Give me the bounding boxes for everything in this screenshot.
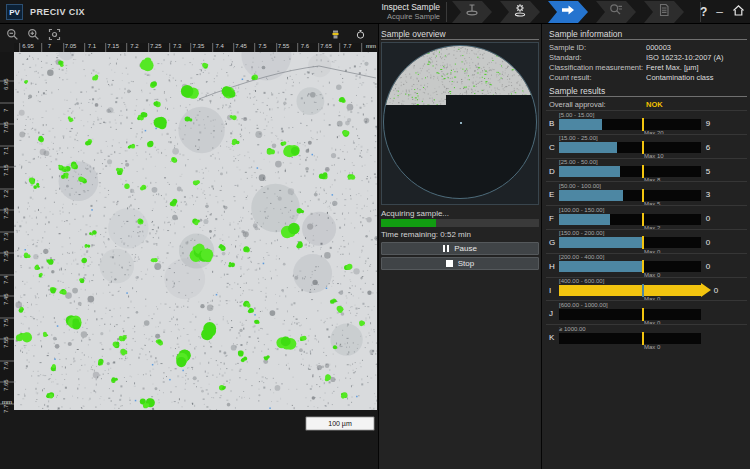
- h-ruler-tick: 7.3: [173, 43, 181, 49]
- class-row: [15.00 - 25.00] C Max 10 6: [546, 134, 747, 158]
- v-ruler-unit: mm: [2, 399, 12, 405]
- workflow-step-subtitle: Acquire Sample: [340, 13, 440, 22]
- h-ruler-tick: 7.1: [88, 43, 96, 49]
- divider: [381, 39, 539, 40]
- class-bar-track: [559, 261, 701, 272]
- class-range-label: [50.00 - 100.00]: [559, 183, 601, 189]
- scale-bar: 100 µm: [305, 416, 375, 431]
- pause-button-label: Pause: [454, 244, 477, 253]
- minimize-button[interactable]: –: [716, 9, 723, 15]
- stop-button[interactable]: Stop: [381, 257, 539, 270]
- v-ruler-tick: 7.55: [3, 336, 9, 348]
- acquire-settings-step[interactable]: [500, 1, 540, 23]
- class-range-label: [400.00 - 600.00]: [559, 278, 604, 284]
- workflow-steps: [452, 1, 684, 23]
- class-letter: E: [549, 190, 554, 199]
- class-bar-fill: [559, 190, 623, 201]
- class-letter: K: [549, 333, 554, 342]
- inspect-results-step[interactable]: [596, 1, 636, 23]
- h-ruler-tick: 7.45: [235, 43, 247, 49]
- live-image-area[interactable]: 100 µm: [14, 52, 377, 410]
- v-ruler-tick: 7.4: [3, 275, 9, 283]
- class-max-marker: [642, 165, 644, 178]
- h-ruler-tick: 7.5: [258, 43, 266, 49]
- workflow-label: Inspect Sample Acquire Sample: [340, 3, 440, 21]
- inspect-magnifier-icon: [609, 3, 623, 21]
- overview-title: Sample overview: [381, 29, 446, 39]
- toolbar-separator: [446, 2, 447, 22]
- acquisition-progress-bar: [381, 219, 539, 227]
- info-value: 000003: [646, 43, 671, 52]
- info-label: Count result:: [549, 73, 592, 82]
- class-row: [200.00 - 400.00] H Max 0 0: [546, 253, 747, 277]
- specimen-canvas: [14, 52, 377, 410]
- top-bar: PV PRECIV CIX Inspect Sample Acquire Sam…: [0, 0, 750, 24]
- v-ruler-tick: 7.25: [3, 207, 9, 219]
- stop-icon: [446, 260, 453, 267]
- stop-button-label: Stop: [458, 259, 474, 268]
- v-ruler-tick: 7.65: [3, 379, 9, 391]
- sample-circle: [383, 45, 537, 199]
- zoom-in-icon[interactable]: [26, 27, 41, 42]
- class-letter: D: [549, 167, 555, 176]
- h-ruler-tick: 7.55: [278, 43, 290, 49]
- class-range-label: [5.00 - 15.00]: [559, 112, 594, 118]
- class-row: [25.00 - 50.00] D Max 8 5: [546, 158, 747, 182]
- class-bar-track: [559, 333, 701, 344]
- report-step[interactable]: [644, 1, 684, 23]
- pause-button[interactable]: Pause: [381, 242, 539, 255]
- class-letter: F: [549, 214, 554, 223]
- run-arrow-icon: [560, 3, 576, 21]
- class-count: 0: [698, 238, 718, 247]
- class-range-label: [15.00 - 25.00]: [559, 135, 598, 141]
- h-ruler-tick: 7.05: [65, 43, 77, 49]
- class-range-label: [100.00 - 150.00]: [559, 207, 604, 213]
- acquire-run-step[interactable]: [548, 1, 588, 23]
- viewer-toolbar: [5, 27, 62, 42]
- horizontal-ruler: 6.9577.057.17.157.27.257.37.357.47.457.5…: [14, 43, 377, 52]
- info-label: Standard:: [549, 53, 582, 62]
- stage-icon: [465, 3, 479, 21]
- info-row: Standard: ISO 16232-10:2007 (A): [549, 53, 747, 62]
- class-range-label: [600.00 - 1000.00]: [559, 302, 608, 308]
- overall-approval-label: Overall approval:: [549, 100, 606, 109]
- class-bar-track: [559, 285, 701, 296]
- h-ruler-tick: 7.4: [216, 43, 224, 49]
- sample-overview-map[interactable]: [381, 42, 539, 205]
- class-row: ≥ 1000.00 K Max 0: [546, 324, 747, 348]
- overview-canvas: [384, 46, 537, 199]
- h-ruler-tick: 7.7: [343, 43, 351, 49]
- class-bar-track: [559, 237, 701, 248]
- class-count: 9: [698, 119, 718, 128]
- fit-to-view-icon[interactable]: [47, 27, 62, 42]
- zoom-out-icon[interactable]: [5, 27, 20, 42]
- contamination-class-rows: [5.00 - 15.00] B Max 20 9 [15.00 - 25.00…: [542, 110, 750, 348]
- info-label: Sample ID:: [549, 43, 586, 52]
- application-window: PV PRECIV CIX Inspect Sample Acquire Sam…: [0, 0, 750, 469]
- v-ruler-tick: 7.7: [3, 404, 9, 412]
- v-ruler-tick: 7.3: [3, 232, 9, 240]
- home-button[interactable]: [732, 3, 745, 21]
- h-ruler-tick: 7.25: [150, 43, 162, 49]
- class-range-label: [25.00 - 50.00]: [559, 159, 598, 165]
- class-row: [150.00 - 200.00] G Max 0 0: [546, 229, 747, 253]
- help-button[interactable]: ?: [700, 5, 707, 19]
- overall-approval-row: Overall approval: NOK: [549, 100, 747, 109]
- class-letter: B: [549, 119, 554, 128]
- class-letter: C: [549, 143, 555, 152]
- class-max-marker: [642, 189, 644, 202]
- vertical-ruler: 6.9577.057.17.157.27.257.37.357.47.457.5…: [0, 52, 14, 410]
- scale-bar-label: 100 µm: [328, 420, 352, 427]
- class-bar-track: [559, 190, 701, 201]
- pause-icon: [443, 245, 449, 252]
- load-sample-step[interactable]: [452, 1, 492, 23]
- class-range-label: [200.00 - 400.00]: [559, 254, 604, 260]
- class-row: [600.00 - 1000.00] J Max 0: [546, 300, 747, 324]
- h-ruler-unit: mm: [366, 43, 376, 49]
- info-value: ISO 16232-10:2007 (A): [646, 53, 724, 62]
- class-range-label: [150.00 - 200.00]: [559, 230, 604, 236]
- class-count: 3: [698, 190, 718, 199]
- v-ruler-tick: 7.05: [3, 121, 9, 133]
- class-letter: J: [549, 309, 553, 318]
- class-max-marker: [642, 236, 644, 249]
